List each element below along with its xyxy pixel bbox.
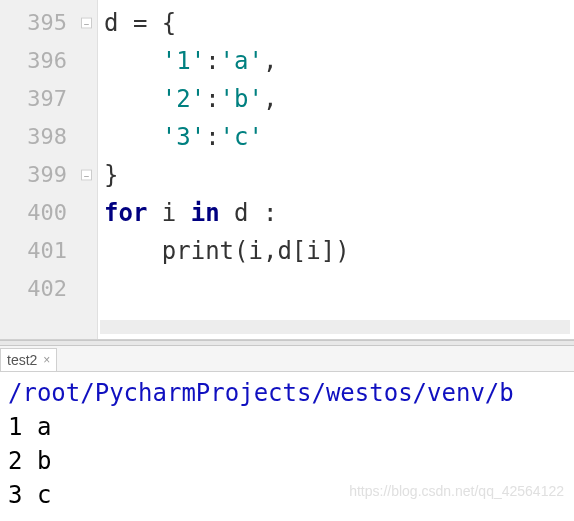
- line-number: 400: [0, 194, 97, 232]
- code-line[interactable]: for i in d :: [104, 194, 574, 232]
- line-number: 401: [0, 232, 97, 270]
- line-number: 397: [0, 80, 97, 118]
- interpreter-path: /root/PycharmProjects/westos/venv/b: [8, 376, 566, 410]
- line-number: 402: [0, 270, 97, 308]
- horizontal-scrollbar[interactable]: [100, 320, 570, 334]
- code-line[interactable]: print(i,d[i]): [104, 232, 574, 270]
- fold-open-icon[interactable]: −: [81, 18, 92, 29]
- code-editor: 395−396397398399−400401402 d = { '1':'a'…: [0, 0, 574, 340]
- code-line[interactable]: }: [104, 156, 574, 194]
- terminal-output-line: 2 b: [8, 444, 566, 478]
- line-number: 396: [0, 42, 97, 80]
- line-number: 395−: [0, 4, 97, 42]
- code-line[interactable]: '2':'b',: [104, 80, 574, 118]
- line-number: 399−: [0, 156, 97, 194]
- line-number: 398: [0, 118, 97, 156]
- terminal-tab-test2[interactable]: test2 ×: [0, 348, 57, 371]
- line-number-gutter: 395−396397398399−400401402: [0, 0, 98, 339]
- code-line[interactable]: [104, 270, 574, 308]
- terminal-tab-bar: test2 ×: [0, 346, 574, 372]
- close-icon[interactable]: ×: [43, 353, 50, 367]
- fold-close-icon[interactable]: −: [81, 170, 92, 181]
- watermark-text: https://blog.csdn.net/qq_42564122: [349, 483, 564, 499]
- code-line[interactable]: '3':'c': [104, 118, 574, 156]
- code-line[interactable]: d = {: [104, 4, 574, 42]
- code-line[interactable]: '1':'a',: [104, 42, 574, 80]
- code-content-area[interactable]: d = { '1':'a', '2':'b', '3':'c'}for i in…: [98, 0, 574, 339]
- tab-label: test2: [7, 352, 37, 368]
- terminal-output-line: 1 a: [8, 410, 566, 444]
